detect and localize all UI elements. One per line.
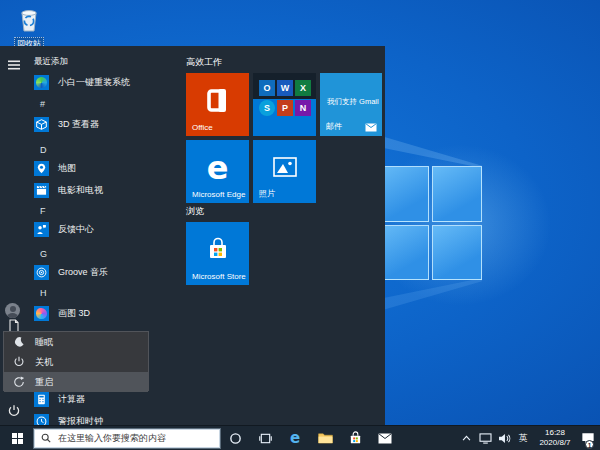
task-view-icon: [259, 432, 272, 445]
show-hidden-icons-button[interactable]: [458, 426, 475, 450]
action-center-button[interactable]: 1: [579, 426, 596, 450]
cortana-button[interactable]: [220, 426, 250, 450]
clock-time: 16:28: [533, 428, 577, 438]
cortana-icon: [229, 432, 242, 445]
mail-envelope-icon: [365, 123, 377, 132]
restart-icon: [13, 376, 25, 388]
power-menu-shutdown[interactable]: 关机: [4, 352, 148, 372]
word-mini-icon: W: [277, 80, 293, 96]
tile-mail[interactable]: 我们支持 Gmail 邮件: [320, 73, 382, 136]
windows-desktop: 回收站 最近添加 小白一键重装系统 # 3D 查看器 D: [0, 0, 600, 450]
app-item-xiaobai[interactable]: 小白一键重装系统: [34, 74, 130, 90]
notification-badge: 1: [585, 440, 594, 449]
app-item-maps[interactable]: 地图: [34, 160, 76, 176]
task-view-button[interactable]: [250, 426, 280, 450]
network-display-icon: [479, 433, 492, 444]
maps-icon: [34, 161, 49, 176]
power-options-menu: 睡眠 关机 重启: [3, 331, 149, 391]
file-explorer-icon: [318, 432, 333, 444]
skype-mini-icon: S: [259, 100, 275, 116]
taskbar-clock[interactable]: 16:28 2020/8/7: [533, 428, 577, 448]
tile-microsoft-edge[interactable]: e Microsoft Edge: [186, 140, 249, 203]
powerpoint-mini-icon: P: [277, 100, 293, 116]
edge-taskbar-icon: e: [290, 431, 300, 446]
search-input[interactable]: [56, 432, 206, 444]
sleep-moon-icon: [13, 336, 25, 348]
app-item-groove-music[interactable]: Groove 音乐: [34, 264, 108, 280]
section-letter-h[interactable]: H: [40, 288, 47, 298]
section-letter-f[interactable]: F: [40, 206, 46, 216]
windows-logo-wallpaper: [378, 166, 482, 280]
movies-tv-icon: [34, 183, 49, 198]
3d-viewer-icon: [34, 117, 49, 132]
clock-date: 2020/8/7: [533, 438, 577, 448]
windows-start-icon: [12, 433, 23, 444]
tile-photos[interactable]: 照片: [253, 140, 316, 203]
power-menu-sleep[interactable]: 睡眠: [4, 332, 148, 352]
recycle-bin-icon: [17, 6, 41, 32]
recently-added-header: 最近添加: [34, 56, 68, 68]
recycle-bin-desktop-icon[interactable]: 回收站: [6, 6, 52, 50]
user-account-button[interactable]: [5, 303, 20, 318]
onenote-mini-icon: N: [295, 100, 311, 116]
search-icon: [41, 433, 51, 443]
taskbar-store-button[interactable]: [340, 426, 370, 450]
app-item-3d-viewer[interactable]: 3D 查看器: [34, 116, 99, 132]
xiaobai-reinstall-icon: [34, 75, 49, 90]
power-menu-restart[interactable]: 重启: [4, 372, 148, 392]
chevron-up-icon: [462, 435, 471, 441]
feedback-hub-icon: [34, 222, 49, 237]
tile-office-folder[interactable]: O W X S P N: [253, 73, 316, 136]
ime-language-indicator[interactable]: 英: [515, 432, 531, 445]
network-status-button[interactable]: [477, 426, 494, 450]
groove-music-icon: [34, 265, 49, 280]
speaker-icon: [498, 433, 511, 444]
app-item-feedback-hub[interactable]: 反馈中心: [34, 221, 94, 237]
section-letter-g[interactable]: G: [40, 249, 47, 259]
taskbar-edge-button[interactable]: e: [280, 426, 310, 450]
section-letter-hash[interactable]: #: [40, 99, 45, 109]
mail-tile-message: 我们支持 Gmail: [327, 97, 379, 107]
tile-group-header-browse: 浏览: [186, 205, 204, 218]
start-menu: 最近添加 小白一键重装系统 # 3D 查看器 D 地图 电影和电视 F: [0, 46, 385, 425]
calculator-icon: [34, 392, 49, 407]
outlook-mini-icon: O: [259, 80, 275, 96]
tile-group-header-productivity: 高效工作: [186, 56, 222, 69]
taskbar-mail-button[interactable]: [370, 426, 400, 450]
section-letter-d[interactable]: D: [40, 145, 47, 155]
tile-office[interactable]: Office: [186, 73, 249, 136]
power-button[interactable]: [7, 404, 21, 418]
start-button[interactable]: [0, 426, 34, 450]
menu-expand-icon[interactable]: [7, 58, 21, 72]
taskbar: e: [0, 425, 600, 450]
shutdown-power-icon: [13, 356, 25, 368]
app-item-calculator[interactable]: 计算器: [34, 391, 85, 407]
app-item-movies-tv[interactable]: 电影和电视: [34, 182, 103, 198]
store-taskbar-icon: [349, 431, 362, 445]
system-tray: 英 16:28 2020/8/7 1: [458, 426, 600, 450]
paint-3d-icon: [34, 306, 49, 321]
file-explorer-button[interactable]: [310, 426, 340, 450]
volume-button[interactable]: [496, 426, 513, 450]
excel-mini-icon: X: [295, 80, 311, 96]
tile-microsoft-store[interactable]: Microsoft Store: [186, 222, 249, 285]
taskbar-search-box[interactable]: [34, 429, 220, 448]
app-item-paint-3d[interactable]: 画图 3D: [34, 305, 90, 321]
mail-taskbar-icon: [378, 433, 392, 444]
